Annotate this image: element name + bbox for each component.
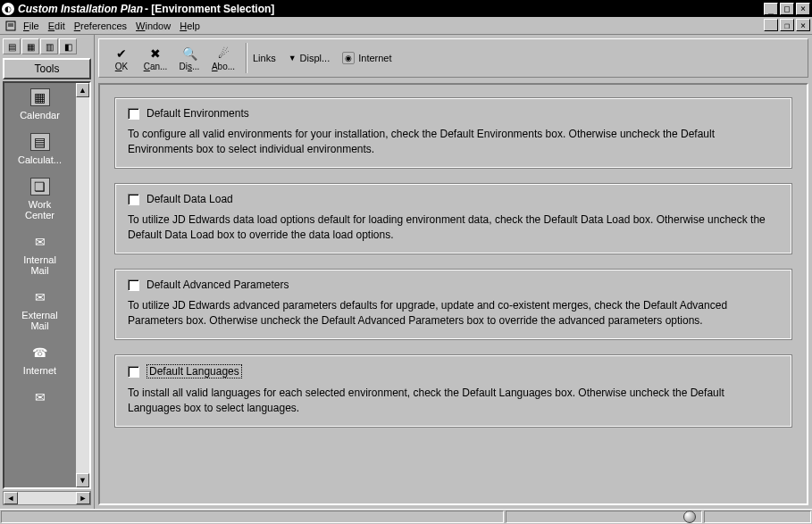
window-title-app: Custom Installation Plan [18, 3, 143, 15]
tool-calculator[interactable]: ▤ Calculat... [4, 128, 75, 172]
checkbox-default-environments[interactable] [128, 108, 139, 120]
app-icon: ◐ [2, 3, 14, 15]
group-description: To utilize JD Edwards data load options … [128, 212, 779, 243]
check-icon: ✔ [105, 46, 138, 62]
mail-icon: ✉ [30, 288, 50, 306]
mdi-minimize-button[interactable]: _ [764, 19, 778, 31]
about-button[interactable]: ☄ Abo... [206, 46, 240, 71]
minimize-button[interactable]: _ [764, 3, 778, 15]
x-icon: ✖ [138, 46, 172, 62]
content-area: Default Environments To configure all va… [98, 83, 808, 505]
group-default-environments: Default Environments To configure all va… [114, 97, 792, 169]
group-title: Default Environments [146, 107, 249, 120]
maximize-button[interactable]: □ [780, 3, 794, 15]
title-bar: ◐ Custom Installation Plan - [Environmen… [0, 0, 812, 17]
tool-work-center[interactable]: ❏ WorkCenter [4, 172, 75, 228]
globe-icon [683, 511, 696, 523]
display-button[interactable]: 🔍 Dis... [172, 46, 206, 71]
tool-internet[interactable]: ☎ Internet [4, 338, 75, 383]
scroll-right-icon[interactable]: ► [76, 492, 90, 504]
status-bar [0, 509, 812, 524]
phone-icon: ☎ [30, 344, 50, 362]
sidebar-tool-1[interactable]: ▤ [3, 38, 21, 54]
menu-help[interactable]: Help [180, 21, 200, 31]
mail-icon: ✉ [30, 233, 50, 251]
toolbar: ✔ OK ✖ Can... 🔍 Dis... ☄ Abo... Links ▼ … [98, 38, 808, 78]
scroll-up-icon[interactable]: ▲ [76, 83, 89, 97]
toolbar-separator [246, 43, 247, 73]
status-cell-1 [1, 511, 504, 523]
dropdown-icon: ▼ [289, 54, 297, 62]
tool-internal-mail[interactable]: ✉ InternalMail [4, 228, 75, 283]
menu-window[interactable]: Window [136, 21, 171, 31]
mdi-restore-button[interactable]: ❐ [780, 19, 794, 31]
window-title-doc: - [Environment Selection] [145, 3, 274, 15]
group-default-languages: Default Languages To install all valid l… [114, 354, 792, 428]
displ-dropdown[interactable]: ▼ Displ... [289, 53, 331, 63]
group-default-data-load: Default Data Load To utilize JD Edwards … [114, 183, 792, 254]
scroll-down-icon[interactable]: ▼ [76, 473, 89, 487]
tools-hscrollbar[interactable]: ◄ ► [3, 491, 91, 505]
cancel-button[interactable]: ✖ Can... [138, 46, 172, 71]
sidebar-tool-2[interactable]: ▦ [21, 38, 39, 54]
sidebar-tool-3[interactable]: ▥ [40, 38, 58, 54]
group-description: To install all valid languages for each … [128, 386, 779, 416]
menu-preferences[interactable]: Preferences [74, 21, 127, 31]
sidebar-toolbar: ▤ ▦ ▥ ◧ [3, 38, 91, 54]
tools-vscrollbar[interactable]: ▲ ▼ [75, 83, 89, 487]
group-default-advanced-parameters: Default Advanced Parameters To utilize J… [114, 269, 792, 340]
group-title: Default Advanced Parameters [146, 279, 289, 291]
work-center-icon: ❏ [30, 178, 50, 195]
main-panel: ✔ OK ✖ Can... 🔍 Dis... ☄ Abo... Links ▼ … [95, 35, 812, 509]
about-icon: ☄ [206, 46, 240, 62]
group-title: Default Data Load [146, 193, 233, 205]
links-label: Links [253, 53, 276, 63]
mdi-close-button[interactable]: × [796, 19, 810, 31]
checkbox-default-advanced-parameters[interactable] [128, 279, 139, 291]
sidebar: ▤ ▦ ▥ ◧ Tools ▦ Calendar ▤ Calculat... ❏… [0, 35, 95, 509]
group-description: To utilize JD Edwards advanced parameter… [128, 298, 779, 329]
sidebar-tool-4[interactable]: ◧ [59, 38, 77, 54]
ok-button[interactable]: ✔ OK [105, 46, 138, 71]
menu-file[interactable]: File [23, 21, 39, 31]
group-description: To configure all valid environments for … [128, 127, 779, 157]
more-icon: ✉ [30, 388, 50, 406]
status-cell-2 [506, 511, 702, 523]
tools-header[interactable]: Tools [3, 58, 91, 79]
internet-icon: ◉ [342, 52, 355, 64]
close-button[interactable]: × [796, 3, 810, 15]
display-icon: 🔍 [172, 46, 206, 62]
tools-list: ▦ Calendar ▤ Calculat... ❏ WorkCenter ✉ … [3, 81, 91, 489]
tool-more[interactable]: ✉ [4, 383, 75, 417]
group-title: Default Languages [146, 364, 242, 378]
status-cell-3 [704, 511, 811, 523]
calendar-icon: ▦ [30, 88, 50, 106]
tool-calendar[interactable]: ▦ Calendar [4, 83, 75, 128]
calculator-icon: ▤ [30, 133, 50, 151]
checkbox-default-data-load[interactable] [128, 194, 139, 205]
menu-edit[interactable]: Edit [48, 21, 65, 31]
menu-bar: File Edit Preferences Window Help _ ❐ × [0, 17, 812, 35]
tool-external-mail[interactable]: ✉ ExternalMail [4, 283, 75, 338]
internet-link[interactable]: ◉ Internet [342, 52, 391, 64]
scroll-left-icon[interactable]: ◄ [4, 492, 18, 504]
doc-icon [4, 19, 18, 33]
checkbox-default-languages[interactable] [128, 366, 139, 378]
